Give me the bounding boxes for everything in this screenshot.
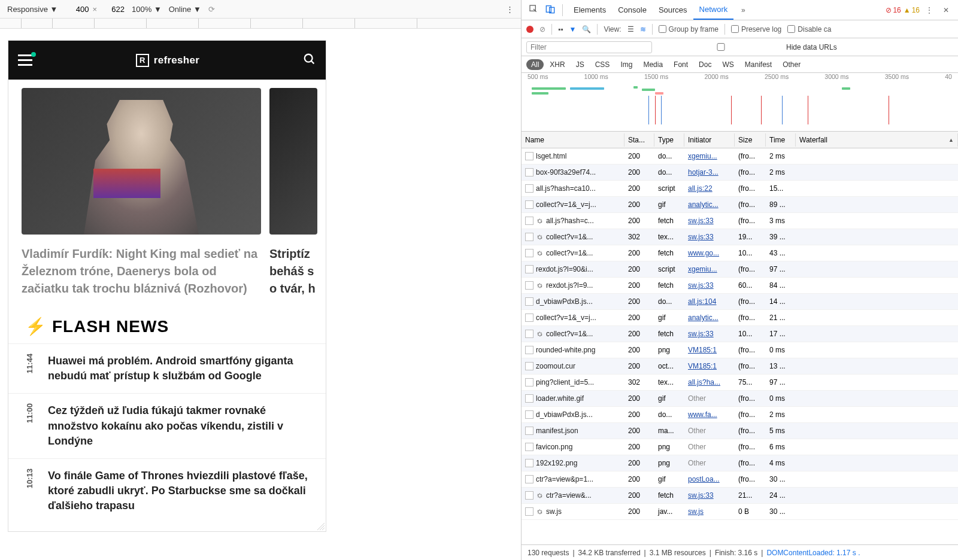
article-card[interactable]: Striptíz beháš s o tvár, h <box>269 88 317 297</box>
col-type[interactable]: Type <box>654 133 684 147</box>
more-tabs-icon[interactable]: » <box>736 6 750 14</box>
width-input[interactable] <box>65 5 89 14</box>
filter-doc[interactable]: Doc <box>694 59 716 70</box>
cell-initiator[interactable]: analytic... <box>684 312 735 324</box>
network-table-header[interactable]: Name Sta... Type Initiator Size Time Wat… <box>522 132 958 148</box>
table-row[interactable]: all.js?hash=c...200fetchsw.js:33(fro...3… <box>522 213 958 229</box>
col-initiator[interactable]: Initiator <box>684 133 735 147</box>
group-by-frame-checkbox[interactable]: Group by frame <box>659 25 718 34</box>
view-list-icon[interactable]: ☰ <box>627 25 634 34</box>
cell-initiator[interactable]: sw.js <box>684 506 735 518</box>
overview-timeline[interactable]: 500 ms1000 ms1500 ms2000 ms2500 ms3000 m… <box>522 73 958 132</box>
throttle-selector[interactable]: Online ▼ <box>169 5 201 14</box>
hide-data-urls-checkbox[interactable]: Hide data URLs <box>658 43 837 51</box>
cell-initiator[interactable]: sw.js:33 <box>684 279 735 291</box>
cell-initiator[interactable]: xgemiu... <box>684 150 735 162</box>
device-selector[interactable]: Responsive ▼ <box>7 5 57 14</box>
filter-other[interactable]: Other <box>778 59 805 70</box>
cell-initiator[interactable]: xgemiu... <box>684 263 735 275</box>
filter-js[interactable]: JS <box>571 59 589 70</box>
col-time[interactable]: Time <box>766 133 796 147</box>
clear-icon[interactable]: ⊘ <box>539 25 545 34</box>
tab-elements[interactable]: Elements <box>568 0 612 20</box>
tab-console[interactable]: Console <box>612 0 653 20</box>
close-icon[interactable]: ✕ <box>939 6 953 14</box>
cell-initiator[interactable]: sw.js:33 <box>684 231 735 243</box>
flash-item[interactable]: 10:13Vo finále Game of Thrones hviezdili… <box>8 458 326 524</box>
resize-handle-corner[interactable] <box>315 521 325 530</box>
table-row[interactable]: manifest.json200ma...Other(fro...5 ms <box>522 423 958 439</box>
warning-badge[interactable]: ▲ 16 <box>904 6 920 14</box>
table-row[interactable]: collect?v=1&_v=j...200gifanalytic...(fro… <box>522 310 958 326</box>
cell-initiator[interactable]: sw.js:33 <box>684 328 735 340</box>
filter-xhr[interactable]: XHR <box>545 59 569 70</box>
table-row[interactable]: rounded-white.png200pngVM185:1(fro...0 m… <box>522 342 958 358</box>
filter-img[interactable]: Img <box>616 59 637 70</box>
cell-initiator[interactable]: VM185:1 <box>684 344 735 356</box>
filter-manifest[interactable]: Manifest <box>740 59 777 70</box>
cell-initiator[interactable]: analytic... <box>684 199 735 211</box>
filter-css[interactable]: CSS <box>590 59 615 70</box>
filter-font[interactable]: Font <box>669 59 693 70</box>
settings-kebab-icon[interactable]: ⋮ <box>922 6 936 14</box>
cell-initiator[interactable]: hotjar-3... <box>684 166 735 178</box>
tab-network[interactable]: Network <box>693 0 734 20</box>
table-row[interactable]: lsget.html200do...xgemiu...(fro...2 ms <box>522 148 958 165</box>
table-row[interactable]: box-90f3a29ef74...200do...hotjar-3...(fr… <box>522 165 958 181</box>
cell-initiator[interactable]: all.js:22 <box>684 182 735 194</box>
col-name[interactable]: Name <box>522 133 624 147</box>
table-row[interactable]: rexdot.js?l=9...200fetchsw.js:3360...84 … <box>522 278 958 294</box>
filter-ws[interactable]: WS <box>717 59 738 70</box>
flash-item[interactable]: 11:00Cez týždeň už ľudia fúkajú takmer r… <box>8 393 326 458</box>
table-row[interactable]: d_vbiawPdxB.js...200do...www.fa...(fro..… <box>522 407 958 423</box>
kebab-icon[interactable]: ⋮ <box>506 5 514 14</box>
cell-initiator[interactable]: sw.js:33 <box>684 215 735 227</box>
table-row[interactable]: ctr?a=view&...200fetchsw.js:3321...24 ..… <box>522 488 958 504</box>
cell-initiator[interactable]: VM185:1 <box>684 360 735 372</box>
view-waterfall-icon[interactable]: ≋ <box>640 25 646 34</box>
article-card[interactable]: Vladimír Furdík: Night King mal sedieť n… <box>22 88 261 297</box>
disable-cache-checkbox[interactable]: Disable ca <box>787 25 831 34</box>
record-icon[interactable] <box>526 26 533 33</box>
filter-input[interactable] <box>526 41 652 53</box>
filter-media[interactable]: Media <box>638 59 668 70</box>
network-table-body[interactable]: lsget.html200do...xgemiu...(fro...2 msbo… <box>522 148 958 544</box>
camera-icon[interactable]: ▪▪ <box>558 25 563 34</box>
search-icon[interactable]: 🔍 <box>582 25 591 34</box>
filter-all[interactable]: All <box>526 59 544 70</box>
table-row[interactable]: favicon.png200pngOther(fro...6 ms <box>522 439 958 455</box>
hamburger-icon[interactable] <box>18 54 32 66</box>
cell-initiator[interactable]: www.go... <box>684 247 735 259</box>
cell-initiator[interactable]: sw.js:33 <box>684 489 735 501</box>
cell-initiator[interactable]: postLoa... <box>684 473 735 485</box>
table-row[interactable]: d_vbiawPdxB.js...200do...all.js:104(fro.… <box>522 294 958 310</box>
tab-sources[interactable]: Sources <box>653 0 693 20</box>
col-status[interactable]: Sta... <box>624 133 654 147</box>
zoom-selector[interactable]: 100% ▼ <box>132 5 162 14</box>
table-row[interactable]: collect?v=1&...302tex...sw.js:3319...39 … <box>522 229 958 245</box>
cell-initiator[interactable]: www.fa... <box>684 409 735 421</box>
table-row[interactable]: loader.white.gif200gifOther(fro...0 ms <box>522 391 958 407</box>
table-row[interactable]: rexdot.js?l=90&i...200scriptxgemiu...(fr… <box>522 261 958 278</box>
table-row[interactable]: sw.js200jav...sw.js0 B30 ... <box>522 504 958 520</box>
device-toggle-icon[interactable] <box>543 4 557 16</box>
inspect-icon[interactable] <box>526 4 541 16</box>
col-waterfall[interactable]: Waterfall▲ <box>796 133 958 147</box>
table-row[interactable]: collect?v=1&_v=j...200gifanalytic...(fro… <box>522 197 958 213</box>
preserve-log-checkbox[interactable]: Preserve log <box>731 25 781 34</box>
cell-initiator[interactable]: all.js:104 <box>684 296 735 308</box>
filter-icon[interactable]: ▼ <box>569 25 577 34</box>
article-carousel[interactable]: Vladimír Furdík: Night King mal sedieť n… <box>8 80 326 297</box>
table-row[interactable]: ctr?a=view&p=1...200gifpostLoa...(fro...… <box>522 471 958 488</box>
col-size[interactable]: Size <box>735 133 766 147</box>
height-input[interactable] <box>101 5 125 14</box>
table-row[interactable]: zoomout.cur200oct...VM185:1(fro...13 ... <box>522 358 958 375</box>
cell-initiator[interactable]: all.js?ha... <box>684 376 735 388</box>
flash-item[interactable]: 11:44Huawei má problém. Android smartfón… <box>8 343 326 393</box>
table-row[interactable]: all.js?hash=ca10...200scriptall.js:22(fr… <box>522 181 958 197</box>
rotate-icon[interactable]: ⟳ <box>208 5 215 14</box>
table-row[interactable]: 192x192.png200pngOther(fro...4 ms <box>522 455 958 471</box>
search-icon[interactable] <box>303 53 316 68</box>
brand-logo[interactable]: R refresher <box>136 54 199 67</box>
table-row[interactable]: ping?client_id=5...302tex...all.js?ha...… <box>522 375 958 391</box>
